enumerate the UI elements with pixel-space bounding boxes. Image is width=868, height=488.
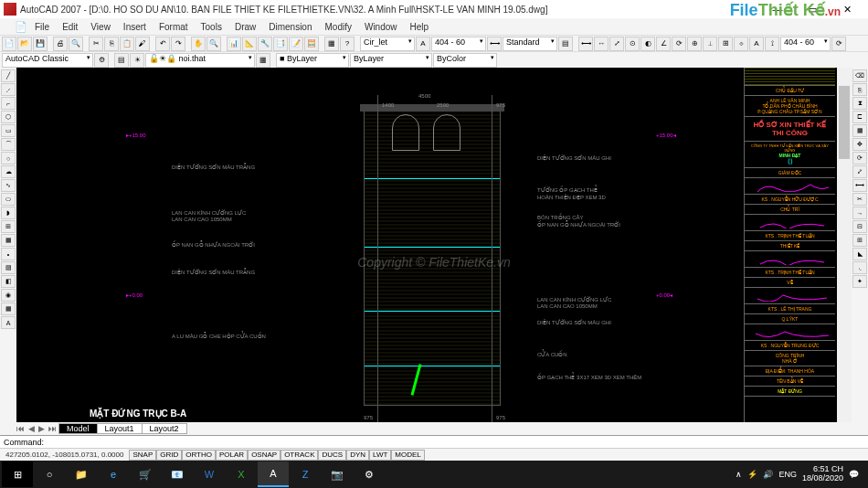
calc-icon[interactable]: 🧮 xyxy=(304,37,319,51)
chamfer-icon[interactable]: ◣ xyxy=(852,248,867,260)
tray-clock[interactable]: 6:51 CH 18/08/2020 xyxy=(802,465,843,483)
block-icon[interactable]: ▦ xyxy=(324,37,339,51)
menu-file[interactable]: File xyxy=(29,22,55,32)
dim6-icon[interactable]: ∠ xyxy=(656,37,671,51)
match-icon[interactable]: 🖌 xyxy=(135,37,150,51)
fillet-icon[interactable]: ◟ xyxy=(852,261,867,274)
new-icon[interactable]: 📄 xyxy=(2,37,16,51)
tool-icon[interactable]: 🔧 xyxy=(258,37,272,51)
tray-net-icon[interactable]: ⚡ xyxy=(747,470,757,479)
textstyle-combo[interactable]: Cir_let xyxy=(360,37,415,51)
paste-icon[interactable]: 📋 xyxy=(120,37,134,51)
osnap-toggle[interactable]: OSNAP xyxy=(248,450,281,461)
sheet-icon[interactable]: 📑 xyxy=(273,37,288,51)
text-icon[interactable]: A xyxy=(416,37,430,51)
pline-icon[interactable]: ⌐ xyxy=(1,97,16,110)
cut-icon[interactable]: ✂ xyxy=(89,37,103,51)
join-icon[interactable]: ⊞ xyxy=(852,234,867,247)
ws-icon[interactable]: ⚙ xyxy=(94,53,109,68)
ltype-combo[interactable]: ByLayer xyxy=(350,53,432,68)
tab-first-icon[interactable]: ⏮ xyxy=(15,424,26,433)
snap-toggle[interactable]: SNAP xyxy=(129,450,156,461)
tray-notif-icon[interactable]: 💬 xyxy=(849,470,859,479)
tab-layout2[interactable]: Layout2 xyxy=(142,423,187,434)
vscrollbar[interactable] xyxy=(837,68,852,422)
ortho-toggle[interactable]: ORTHO xyxy=(182,450,216,461)
layer3-icon[interactable]: ▦ xyxy=(256,53,270,68)
point-icon[interactable]: • xyxy=(1,248,16,260)
open-icon[interactable]: 📂 xyxy=(17,37,32,51)
menu-window[interactable]: Window xyxy=(359,22,403,32)
dim5-icon[interactable]: ◐ xyxy=(640,37,655,51)
explorer-icon[interactable]: 📁 xyxy=(66,461,97,487)
table2-icon[interactable]: ▦ xyxy=(1,302,16,315)
undo-icon[interactable]: ↶ xyxy=(155,37,170,51)
cloud-icon[interactable]: ☁ xyxy=(1,165,16,178)
tray-lang[interactable]: ENG xyxy=(778,470,797,479)
lwt-toggle[interactable]: LWT xyxy=(369,450,391,461)
redo-icon[interactable]: ↷ xyxy=(171,37,185,51)
autocad-icon[interactable]: A xyxy=(258,461,289,487)
layer-combo[interactable]: 🔓☀🔒 noi.that xyxy=(145,53,255,68)
menu-tools[interactable]: Tools xyxy=(196,22,228,32)
menu-draw[interactable]: Draw xyxy=(229,22,261,32)
dim9-icon[interactable]: ⟂ xyxy=(703,37,717,51)
menu-dimension[interactable]: Dimension xyxy=(263,22,317,32)
menu-edit[interactable]: Edit xyxy=(57,22,83,32)
table-icon[interactable]: ▤ xyxy=(558,37,573,51)
dim-icon[interactable]: ⟷ xyxy=(487,37,502,51)
drawing-canvas[interactable]: DIỆN TƯỜNG SƠN MÀU TRẮNG LAN CAN KÍNH CƯ… xyxy=(16,68,852,422)
tray-vol-icon[interactable]: 🔊 xyxy=(763,470,773,479)
tab-prev-icon[interactable]: ◀ xyxy=(26,424,37,433)
print-icon[interactable]: 🖨 xyxy=(53,37,68,51)
color-combo[interactable]: ■ ByLayer xyxy=(276,53,349,68)
grid-toggle[interactable]: GRID xyxy=(156,450,182,461)
dim3-icon[interactable]: ⤢ xyxy=(609,37,624,51)
mtext-icon[interactable]: A xyxy=(1,316,16,329)
mail-icon[interactable]: 📧 xyxy=(162,461,193,487)
snip-icon[interactable]: 📷 xyxy=(322,461,353,487)
ellarc-icon[interactable]: ◗ xyxy=(1,207,16,219)
erase-icon[interactable]: ⌫ xyxy=(852,69,867,82)
zoom-icon[interactable]: 🔍 xyxy=(206,37,221,51)
array-icon[interactable]: ▦ xyxy=(852,124,867,137)
mirror-icon[interactable]: ⧗ xyxy=(852,97,867,110)
offset-icon[interactable]: ⊏ xyxy=(852,111,867,123)
explode-icon[interactable]: ✦ xyxy=(852,275,867,288)
line-icon[interactable]: ╱ xyxy=(1,69,16,82)
layer2-icon[interactable]: ☀ xyxy=(130,53,144,68)
move-icon[interactable]: ✥ xyxy=(852,138,867,151)
menu-view[interactable]: View xyxy=(85,22,116,32)
command-line[interactable]: Command: xyxy=(0,435,868,448)
zalo-icon[interactable]: Z xyxy=(290,461,321,487)
excel-icon[interactable]: X xyxy=(226,461,257,487)
hatch-icon[interactable]: ▨ xyxy=(1,261,16,274)
layer1-icon[interactable]: ▤ xyxy=(114,53,129,68)
insert-icon[interactable]: ⊞ xyxy=(1,220,16,233)
tab-last-icon[interactable]: ⏭ xyxy=(47,424,58,433)
preview-icon[interactable]: 🔍 xyxy=(69,37,83,51)
markup-icon[interactable]: 📝 xyxy=(289,37,303,51)
tab-layout1[interactable]: Layout1 xyxy=(97,423,143,434)
extend-icon[interactable]: → xyxy=(852,207,867,219)
region-icon[interactable]: ◉ xyxy=(1,289,16,302)
break-icon[interactable]: ⊟ xyxy=(852,220,867,233)
dim8-icon[interactable]: ⊕ xyxy=(687,37,702,51)
cortana-icon[interactable]: ○ xyxy=(34,461,65,487)
pan-icon[interactable]: ✋ xyxy=(191,37,206,51)
spline-icon[interactable]: ∿ xyxy=(1,179,16,192)
menu-insert[interactable]: Insert xyxy=(118,22,152,32)
dim10-icon[interactable]: ⊞ xyxy=(718,37,733,51)
otrack-toggle[interactable]: OTRACK xyxy=(281,450,318,461)
circle-icon[interactable]: ○ xyxy=(1,152,16,164)
dyn-toggle[interactable]: DYN xyxy=(346,450,369,461)
lweight-combo[interactable]: ByColor xyxy=(433,53,497,68)
trim-icon[interactable]: ✂ xyxy=(852,193,867,206)
rotate-icon[interactable]: ⟳ xyxy=(852,152,867,164)
store-icon[interactable]: 🛒 xyxy=(130,461,161,487)
dimstyle2-combo[interactable]: 404 - 60 xyxy=(780,37,831,51)
copy-icon[interactable]: ⎘ xyxy=(104,37,119,51)
edge-icon[interactable]: e xyxy=(98,461,129,487)
copy2-icon[interactable]: ⎘ xyxy=(852,83,867,96)
menu-modify[interactable]: Modify xyxy=(320,22,357,32)
